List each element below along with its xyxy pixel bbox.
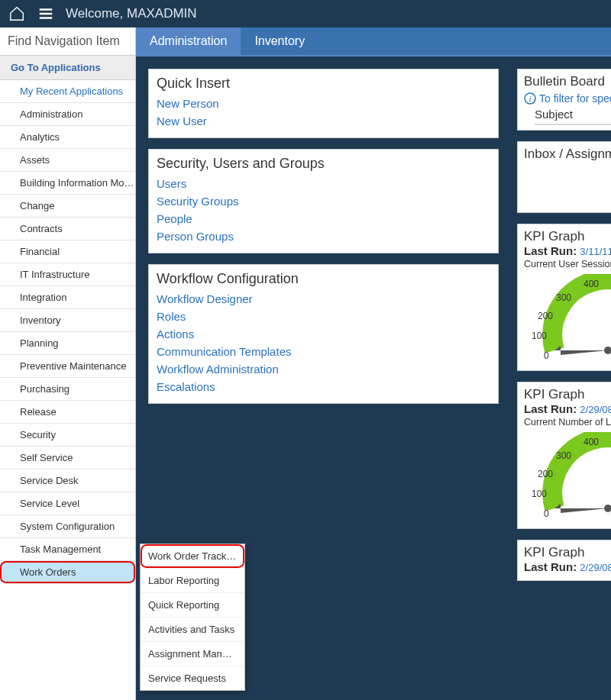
security-link-security-groups[interactable]: Security Groups [157, 192, 490, 210]
sidebar-item-work-orders[interactable]: Work Orders [0, 561, 135, 584]
topbar: Welcome, MAXADMIN [0, 0, 611, 27]
panel-title: Security, Users and Groups [149, 150, 498, 175]
workflow-link-workflow-administration[interactable]: Workflow Administration [157, 360, 490, 378]
panel-inbox: Inbox / Assignm [517, 141, 611, 213]
submenu-item-quick-reporting[interactable]: Quick Reporting [141, 593, 244, 618]
submenu-item-service-requests[interactable]: Service Requests [141, 666, 244, 690]
panel-title: Quick Insert [149, 69, 498, 95]
tabbar: Administration Inventory [136, 27, 611, 55]
kpi-title: KPI Graph [524, 545, 611, 560]
workflow-link-workflow-designer[interactable]: Workflow Designer [157, 290, 490, 308]
menu-icon[interactable] [37, 5, 55, 23]
sidebar-item-contracts[interactable]: Contracts [0, 218, 135, 240]
panel-title: Workflow Configuration [149, 265, 498, 290]
gauge-tick: 200 [538, 469, 553, 479]
sidebar-item-it-infrastructure[interactable]: IT Infrastructure [0, 263, 135, 286]
sidebar-item-inventory[interactable]: Inventory [0, 309, 135, 332]
sidebar-item-assets[interactable]: Assets [0, 149, 135, 172]
tab-inventory[interactable]: Inventory [241, 27, 318, 55]
svg-point-3 [604, 347, 611, 354]
kpi-title: KPI Graph [524, 387, 611, 402]
gauge-1: 0100200300400 [524, 274, 611, 366]
submenu-work-orders: Work Order TrackingLabor ReportingQuick … [140, 544, 245, 691]
sidebar-item-release[interactable]: Release [0, 401, 135, 424]
security-link-people[interactable]: People [157, 210, 490, 227]
sidebar-item-administration[interactable]: Administration [0, 103, 135, 126]
divider [535, 124, 611, 125]
gauge-tick: 400 [584, 437, 599, 447]
workflow-link-actions[interactable]: Actions [157, 325, 490, 343]
sidebar-item-recent[interactable]: My Recent Applications [0, 80, 135, 103]
submenu-item-assignment-manager[interactable]: Assignment Manager [141, 642, 244, 666]
gauge-tick: 400 [584, 279, 599, 289]
security-link-users[interactable]: Users [157, 175, 490, 192]
svg-point-4 [604, 505, 611, 512]
workflow-link-communication-templates[interactable]: Communication Templates [157, 343, 490, 360]
kpi-lastrun: Last Run: 3/11/11 9: [524, 244, 611, 257]
workflow-link-roles[interactable]: Roles [157, 308, 490, 325]
gauge-tick: 100 [532, 489, 547, 499]
sidebar-item-self-service[interactable]: Self Service [0, 447, 135, 469]
sidebar-item-planning[interactable]: Planning [0, 332, 135, 355]
sidebar-item-integration[interactable]: Integration [0, 286, 135, 309]
submenu-item-labor-reporting[interactable]: Labor Reporting [141, 569, 244, 593]
panel-kpi-1: KPI Graph Last Run: 3/11/11 9: Current U… [517, 224, 611, 371]
submenu-item-work-order-tracking[interactable]: Work Order Tracking [141, 544, 244, 569]
gauge-2: 0100200300400 [524, 432, 611, 524]
search-placeholder: Find Navigation Item [8, 34, 120, 48]
svg-text:i: i [529, 94, 531, 103]
submenu-item-activities-and-tasks[interactable]: Activities and Tasks [141, 618, 244, 642]
panel-kpi-3: KPI Graph Last Run: 2/29/08 3: [517, 540, 611, 581]
sidebar-item-purchasing[interactable]: Purchasing [0, 378, 135, 401]
search-input[interactable]: Find Navigation Item [0, 27, 135, 56]
panel-bulletin-board: Bulletin Board i To filter for spec Subj… [517, 69, 611, 131]
kpi-title: KPI Graph [524, 229, 611, 244]
kpi-lastrun: Last Run: 2/29/08 3: [524, 560, 611, 573]
sidebar-item-service-level[interactable]: Service Level [0, 492, 135, 515]
gauge-tick: 100 [532, 331, 547, 341]
panel-kpi-2: KPI Graph Last Run: 2/29/08 1: Current N… [517, 382, 611, 529]
sidebar-item-security[interactable]: Security [0, 424, 135, 447]
bulletin-subject-label: Subject [535, 108, 611, 121]
kpi-lastrun: Last Run: 2/29/08 1: [524, 402, 611, 415]
info-icon: i [524, 92, 536, 105]
sidebar-item-system-configuration[interactable]: System Configuration [0, 515, 135, 538]
panel-workflow: Workflow Configuration Workflow Designer… [148, 264, 499, 404]
gauge-tick: 300 [556, 292, 571, 303]
sidebar-item-task-management[interactable]: Task Management [0, 538, 135, 561]
gauge-tick: 300 [556, 450, 571, 461]
kpi-metric: Current User Sessions [524, 259, 611, 269]
sidebar-item-analytics[interactable]: Analytics [0, 126, 135, 149]
workflow-link-escalations[interactable]: Escalations [157, 378, 490, 395]
security-link-person-groups[interactable]: Person Groups [157, 227, 490, 245]
tab-administration[interactable]: Administration [136, 27, 241, 55]
home-icon[interactable] [8, 5, 26, 23]
inbox-title: Inbox / Assignm [524, 147, 611, 162]
bulletin-title: Bulletin Board [524, 74, 605, 89]
sidebar: Find Navigation Item Go To Applications … [0, 27, 136, 700]
gauge-tick: 200 [538, 311, 553, 321]
kpi-metric: Current Number of Logged [524, 417, 611, 427]
quick-insert-link-new-user[interactable]: New User [157, 112, 490, 130]
welcome-text: Welcome, MAXADMIN [66, 6, 197, 21]
panel-security: Security, Users and Groups UsersSecurity… [148, 149, 499, 253]
panel-quick-insert: Quick Insert New PersonNew User [148, 69, 499, 138]
sidebar-item-service-desk[interactable]: Service Desk [0, 469, 135, 492]
bulletin-hint[interactable]: i To filter for spec [524, 92, 611, 105]
sidebar-header[interactable]: Go To Applications [0, 56, 135, 80]
sidebar-item-building-information-models-bim-[interactable]: Building Information Mode... [0, 172, 135, 195]
gauge-tick: 0 [544, 508, 549, 519]
sidebar-item-change[interactable]: Change [0, 195, 135, 218]
gauge-tick: 0 [544, 350, 549, 361]
quick-insert-link-new-person[interactable]: New Person [157, 95, 490, 112]
sidebar-item-preventive-maintenance[interactable]: Preventive Maintenance [0, 355, 135, 378]
sidebar-item-financial[interactable]: Financial [0, 240, 135, 263]
